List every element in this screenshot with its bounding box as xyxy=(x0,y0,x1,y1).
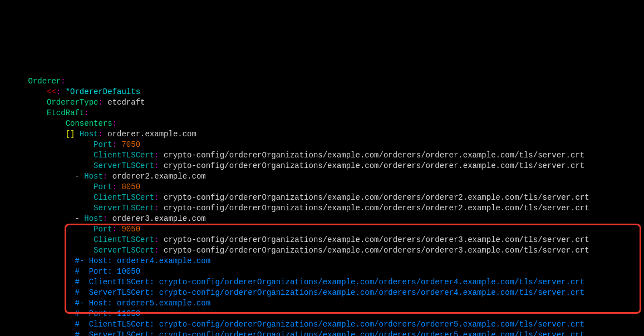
code-line: ClientTLSCert: crypto-config/ordererOrga… xyxy=(0,235,644,245)
code-line: OrdererType: etcdraft xyxy=(0,97,644,108)
code-editor[interactable]: Orderer: <<: *OrdererDefaults OrdererTyp… xyxy=(0,45,644,336)
code-line: ServerTLSCert: crypto-config/ordererOrga… xyxy=(0,245,644,256)
code-line: Port: 8050 xyxy=(0,182,644,192)
code-content: Orderer: <<: *OrdererDefaults OrdererTyp… xyxy=(0,66,644,336)
code-line: - Host: orderer3.example.com xyxy=(0,214,644,224)
code-line: # ServerTLSCert: crypto-config/ordererOr… xyxy=(0,288,644,298)
code-line: Port: 7050 xyxy=(0,140,644,150)
code-line xyxy=(0,66,644,76)
code-line: Port: 9050 xyxy=(0,224,644,235)
code-line: # Port: 11050 xyxy=(0,309,644,319)
code-line: ClientTLSCert: crypto-config/ordererOrga… xyxy=(0,150,644,161)
code-line: <<: *OrdererDefaults xyxy=(0,87,644,97)
code-line: Consenters: xyxy=(0,118,644,129)
code-line: ServerTLSCert: crypto-config/ordererOrga… xyxy=(0,161,644,171)
code-line: EtcdRaft: xyxy=(0,108,644,118)
code-line: Orderer: xyxy=(0,76,644,87)
code-line: ServerTLSCert: crypto-config/ordererOrga… xyxy=(0,203,644,214)
code-line: #- Host: orderer5.example.com xyxy=(0,298,644,309)
code-line: [] Host: orderer.example.com xyxy=(0,129,644,140)
code-line: #- Host: orderer4.example.com xyxy=(0,256,644,266)
code-line: # Port: 10050 xyxy=(0,266,644,277)
code-line: ClientTLSCert: crypto-config/ordererOrga… xyxy=(0,192,644,203)
code-line: - Host: orderer2.example.com xyxy=(0,171,644,182)
code-line: # ServerTLSCert: crypto-config/ordererOr… xyxy=(0,330,644,336)
code-line: # ClientTLSCert: crypto-config/ordererOr… xyxy=(0,277,644,288)
code-line: # ClientTLSCert: crypto-config/ordererOr… xyxy=(0,319,644,330)
